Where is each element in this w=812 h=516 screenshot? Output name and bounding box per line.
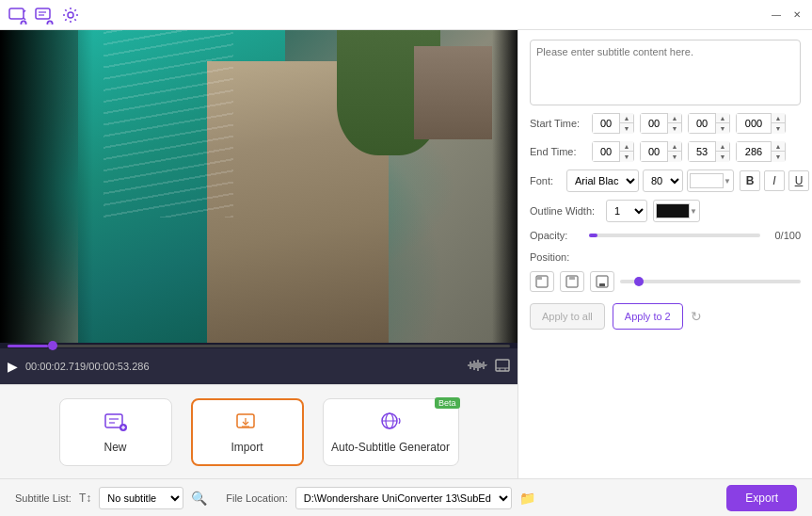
start-m-down[interactable]: ▼: [668, 123, 681, 134]
start-time-label: Start Time:: [530, 118, 586, 129]
start-ms-down[interactable]: ▼: [772, 123, 785, 134]
start-time-h[interactable]: 00 ▲ ▼: [592, 113, 634, 134]
end-h-input[interactable]: 00: [593, 142, 619, 161]
end-time-m[interactable]: 00 ▲ ▼: [640, 141, 682, 162]
add-subtitle-icon[interactable]: [34, 5, 55, 25]
start-h-down[interactable]: ▼: [620, 123, 633, 134]
start-h-up[interactable]: ▲: [620, 113, 633, 123]
end-m-down[interactable]: ▼: [668, 152, 681, 162]
minimize-button[interactable]: —: [769, 8, 784, 23]
apply-row: Apply to all Apply to 2 ↻: [530, 303, 801, 330]
outline-color-swatch: [656, 203, 690, 218]
end-s-down[interactable]: ▼: [716, 152, 729, 162]
end-time-s[interactable]: 53 ▲ ▼: [688, 141, 730, 162]
subtitle-list-label: Subtitle List:: [15, 492, 72, 504]
end-m-input[interactable]: 00: [641, 142, 667, 161]
end-time-label: End Time:: [530, 146, 586, 157]
end-s-input[interactable]: 53: [689, 142, 715, 161]
outline-color-picker[interactable]: ▼: [653, 200, 700, 222]
new-button[interactable]: New: [59, 398, 172, 466]
position-section: Position:: [530, 250, 801, 264]
start-m-input[interactable]: 00: [641, 114, 667, 133]
apply-all-button[interactable]: Apply to all: [530, 303, 605, 330]
end-ms-up[interactable]: ▲: [772, 141, 785, 152]
play-button[interactable]: ▶: [8, 359, 18, 374]
waveform-icon[interactable]: [467, 359, 487, 375]
start-ms-up[interactable]: ▲: [772, 113, 785, 123]
start-time-s[interactable]: 00 ▲ ▼: [688, 113, 730, 134]
settings-icon[interactable]: [60, 5, 81, 25]
title-bar-controls: — ✕: [769, 8, 804, 23]
refresh-icon[interactable]: ↻: [691, 309, 702, 324]
outline-width-label: Outline Width:: [530, 205, 600, 217]
underline-button[interactable]: U: [788, 170, 809, 191]
close-button[interactable]: ✕: [789, 8, 804, 23]
left-panel: ▶ 00:00:02.719/00:00:53.286: [0, 30, 517, 478]
end-time-row: End Time: 00 ▲ ▼ 00 ▲ ▼ 53 ▲ ▼: [530, 141, 801, 162]
video-background: [0, 30, 517, 343]
end-ms-down[interactable]: ▼: [772, 152, 785, 162]
italic-button[interactable]: I: [764, 170, 785, 191]
apply-two-button[interactable]: Apply to 2: [613, 303, 683, 330]
controls-right: [467, 359, 510, 375]
pos-top-center-button[interactable]: [560, 271, 584, 292]
opacity-row: Opacity: 0/100: [530, 230, 801, 241]
end-m-up[interactable]: ▲: [668, 141, 681, 152]
start-time-row: Start Time: 00 ▲ ▼ 00 ▲ ▼ 00 ▲ ▼: [530, 113, 801, 134]
bold-button[interactable]: B: [740, 170, 760, 191]
subtitle-select[interactable]: No subtitle: [99, 487, 183, 509]
outline-width-select[interactable]: 1: [606, 200, 647, 222]
start-ms-input[interactable]: 000: [737, 114, 771, 133]
opacity-slider[interactable]: [589, 234, 760, 237]
status-bar: Subtitle List: T↕ No subtitle 🔍 File Loc…: [0, 478, 812, 516]
start-time-m[interactable]: 00 ▲ ▼: [640, 113, 682, 134]
auto-subtitle-button[interactable]: Beta Auto-Subtitle Generator: [323, 398, 459, 466]
chevron-down-icon: ▼: [724, 177, 731, 185]
auto-subtitle-label: Auto-Subtitle Generator: [331, 441, 450, 454]
svg-line-2: [24, 18, 25, 20]
start-s-input[interactable]: 00: [689, 114, 715, 133]
add-video-icon[interactable]: [8, 5, 28, 25]
search-icon[interactable]: 🔍: [191, 491, 207, 506]
end-h-up[interactable]: ▲: [620, 141, 633, 152]
right-panel: Start Time: 00 ▲ ▼ 00 ▲ ▼ 00 ▲ ▼: [517, 30, 812, 478]
progress-fill: [8, 345, 48, 347]
start-m-up[interactable]: ▲: [668, 113, 681, 123]
file-path-select[interactable]: D:\Wondershare UniConverter 13\SubEd: [295, 487, 512, 509]
progress-track[interactable]: [8, 345, 510, 347]
font-color-picker[interactable]: ▼: [687, 169, 734, 192]
svg-rect-6: [36, 8, 50, 19]
bottom-buttons: New Import Beta: [0, 384, 517, 478]
end-time-ms[interactable]: 286 ▲ ▼: [736, 141, 786, 162]
end-ms-input[interactable]: 286: [737, 142, 771, 161]
font-color-swatch: [690, 173, 724, 188]
import-button[interactable]: Import: [191, 398, 304, 466]
svg-rect-44: [599, 283, 605, 286]
start-s-up[interactable]: ▲: [716, 113, 729, 123]
start-time-ms[interactable]: 000 ▲ ▼: [736, 113, 786, 134]
font-size-select[interactable]: 80: [643, 169, 683, 192]
font-row: Font: Arial Blac 80 ▼ B I U: [530, 169, 801, 192]
position-slider[interactable]: [620, 280, 801, 283]
new-label: New: [103, 441, 126, 454]
pos-top-left-button[interactable]: [530, 271, 554, 292]
end-time-h[interactable]: 00 ▲ ▼: [592, 141, 634, 162]
svg-rect-0: [9, 8, 24, 19]
start-h-input[interactable]: 00: [593, 114, 619, 133]
end-s-up[interactable]: ▲: [716, 141, 729, 152]
export-button[interactable]: Export: [726, 485, 797, 511]
main-content: ▶ 00:00:02.719/00:00:53.286: [0, 30, 812, 478]
title-bar: — ✕: [0, 0, 812, 30]
import-label: Import: [231, 441, 263, 454]
start-s-down[interactable]: ▼: [716, 123, 729, 134]
folder-icon[interactable]: 📁: [519, 491, 535, 506]
end-h-down[interactable]: ▼: [620, 152, 633, 162]
progress-thumb[interactable]: [48, 341, 57, 350]
pos-bottom-center-button[interactable]: [590, 271, 614, 292]
fullscreen-icon[interactable]: [495, 359, 510, 375]
subtitle-input[interactable]: [530, 40, 801, 105]
end-h-spin: ▲ ▼: [619, 141, 633, 162]
svg-rect-23: [496, 360, 509, 371]
font-family-select[interactable]: Arial Blac: [566, 169, 639, 192]
outline-row: Outline Width: 1 ▼: [530, 200, 801, 222]
